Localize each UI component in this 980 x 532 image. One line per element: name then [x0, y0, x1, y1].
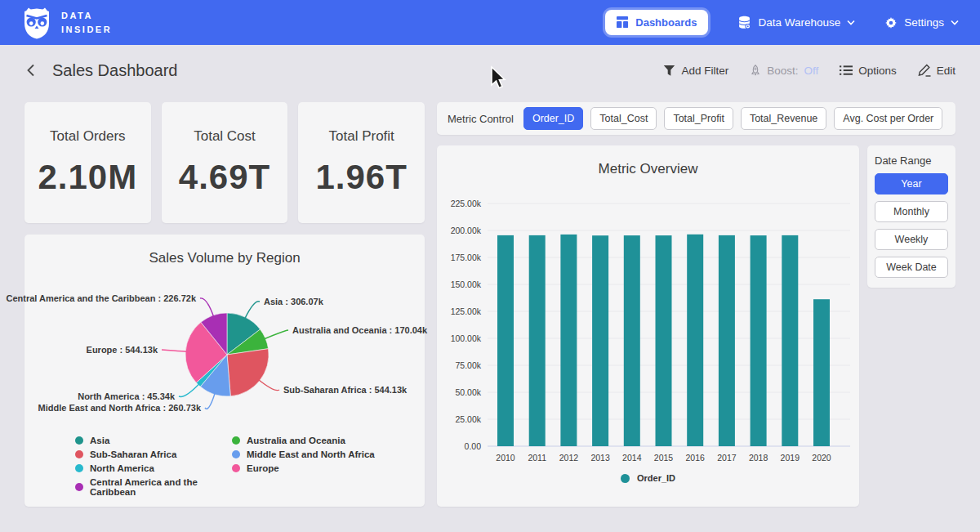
legend-item-sub-saharan-africa[interactable]: Sub-Saharan Africa — [75, 449, 232, 459]
date-range-button-year[interactable]: Year — [875, 173, 948, 194]
dashboards-grid-icon — [617, 16, 629, 29]
nav-data-warehouse[interactable]: Data Warehouse — [737, 16, 855, 29]
metric-control-label: Metric Control — [448, 113, 514, 125]
pie-slice-sub-saharan-africa[interactable] — [227, 349, 269, 396]
edit-button[interactable]: Edit — [918, 64, 956, 77]
pie-label-middle-east-and-north-africa: Middle East and North Africa : 260.73k — [38, 403, 201, 413]
legend-dot — [621, 474, 630, 483]
options-button[interactable]: Options — [840, 65, 897, 77]
date-range-panel: Date Range YearMonthlyWeeklyWeek Date — [867, 145, 956, 288]
legend-label: Middle East and North Africa — [247, 449, 375, 459]
bar-2015[interactable] — [656, 235, 672, 446]
x-axis-tick: 2020 — [812, 453, 831, 463]
x-axis-tick: 2010 — [496, 453, 515, 463]
bar-2013[interactable] — [592, 235, 608, 446]
kpi-row: Total Orders 2.10M Total Cost 4.69T Tota… — [24, 102, 425, 223]
x-axis-tick: 2018 — [749, 453, 768, 463]
legend-item-central-america-and-the-caribbean[interactable]: Central America and the Caribbean — [75, 477, 232, 497]
legend-label: Europe — [247, 463, 279, 473]
kpi-card-total-profit[interactable]: Total Profit 1.96T — [298, 102, 425, 223]
nav-settings[interactable]: Settings — [884, 16, 959, 29]
kpi-label: Total Orders — [50, 128, 126, 145]
bar-legend-label: Order_ID — [637, 473, 675, 483]
kpi-card-total-orders[interactable]: Total Orders 2.10M — [24, 102, 151, 223]
boost-state: Off — [804, 65, 818, 77]
y-axis-tick: 75.00k — [455, 360, 481, 370]
pie-chart-title: Sales Volume by Region — [24, 235, 425, 266]
metric-button-avg-cost-per-order[interactable]: Avg. Cost per Order — [834, 107, 942, 130]
brand-line2: INSIDER — [61, 23, 112, 37]
nav-dashboards-button[interactable]: Dashboards — [605, 10, 708, 35]
bar-2016[interactable] — [687, 235, 703, 446]
kpi-card-total-cost[interactable]: Total Cost 4.69T — [162, 102, 288, 223]
bar-chart-title: Metric Overview — [437, 145, 859, 177]
legend-label: Sub-Saharan Africa — [90, 449, 176, 459]
bar-chart-panel: Metric Overview 0.0025.00k50.00k75.00k10… — [437, 145, 859, 507]
legend-dot — [75, 483, 83, 491]
chevron-down-icon — [847, 20, 855, 25]
back-button[interactable] — [24, 63, 38, 78]
nav-data-warehouse-label: Data Warehouse — [758, 16, 840, 29]
bar-chart-legend[interactable]: Order_ID — [437, 473, 859, 483]
legend-dot — [75, 436, 83, 445]
legend-dot — [232, 436, 240, 445]
legend-item-middle-east-and-north-africa[interactable]: Middle East and North Africa — [232, 449, 375, 459]
legend-item-north-america[interactable]: North America — [75, 463, 232, 473]
metric-button-total-profit[interactable]: Total_Profit — [664, 107, 733, 130]
date-range-button-monthly[interactable]: Monthly — [875, 201, 948, 222]
page-title: Sales Dashboard — [52, 61, 177, 80]
brand-line1: DATA — [61, 9, 112, 23]
date-range-button-week-date[interactable]: Week Date — [875, 257, 948, 278]
kpi-label: Total Cost — [194, 128, 256, 145]
pie-legend: AsiaAustralia and OceaniaSub-Saharan Afr… — [75, 436, 375, 497]
pie-label-sub-saharan-africa: Sub-Saharan Africa : 544.13k — [283, 385, 407, 395]
add-filter-button[interactable]: Add Filter — [663, 65, 728, 77]
pie-label-asia: Asia : 306.07k — [264, 297, 323, 306]
x-axis-tick: 2016 — [686, 453, 706, 463]
legend-dot — [75, 464, 83, 472]
bar-2020[interactable] — [813, 299, 830, 446]
bar-2019[interactable] — [782, 235, 798, 446]
metric-button-order-id[interactable]: Order_ID — [523, 107, 583, 130]
boost-toggle[interactable]: Boost: Off — [750, 64, 818, 77]
x-axis-tick: 2017 — [717, 453, 737, 463]
bar-chart-canvas[interactable]: 0.0025.00k50.00k75.00k100.00k125.00k150.… — [437, 180, 859, 474]
legend-item-australia-and-oceania[interactable]: Australia and Oceania — [232, 436, 375, 445]
legend-item-europe[interactable]: Europe — [232, 463, 375, 473]
y-axis-tick: 100.00k — [451, 333, 482, 343]
pie-label-north-america: North America : 45.34k — [78, 391, 175, 401]
bar-2012[interactable] — [560, 235, 577, 446]
pie-leader-line — [179, 383, 199, 396]
edit-pencil-icon — [918, 64, 931, 77]
pie-label-australia-and-oceania: Australia and Oceania : 170.04k — [292, 325, 427, 335]
x-axis-tick: 2019 — [781, 453, 800, 463]
pie-label-central-america-and-the-caribbean: Central America and the Caribbean : 226.… — [6, 293, 196, 303]
legend-dot — [232, 450, 240, 458]
brand: DATA INSIDER — [21, 7, 112, 39]
legend-dot — [232, 464, 240, 472]
bar-2017[interactable] — [719, 235, 735, 446]
y-axis-tick: 25.00k — [455, 414, 481, 424]
kpi-value: 1.96T — [315, 158, 407, 197]
date-range-buttons: YearMonthlyWeeklyWeek Date — [875, 173, 948, 278]
x-axis-tick: 2012 — [559, 453, 579, 463]
y-axis-tick: 175.00k — [451, 253, 482, 262]
bar-2014[interactable] — [624, 235, 640, 446]
metric-button-total-revenue[interactable]: Total_Revenue — [741, 107, 826, 130]
edit-label: Edit — [937, 65, 956, 77]
date-range-button-weekly[interactable]: Weekly — [875, 229, 948, 250]
bar-2010[interactable] — [497, 235, 514, 446]
nav-settings-label: Settings — [904, 16, 944, 29]
legend-item-asia[interactable]: Asia — [75, 436, 232, 445]
page-header: Sales Dashboard Add Filter Boost: Off — [0, 45, 980, 96]
legend-label: Asia — [90, 436, 109, 445]
bar-2011[interactable] — [529, 235, 546, 446]
x-axis-tick: 2014 — [622, 453, 642, 463]
x-axis-tick: 2011 — [528, 453, 546, 463]
legend-label: Australia and Oceania — [247, 436, 345, 445]
bar-2018[interactable] — [751, 235, 767, 446]
metric-button-total-cost[interactable]: Total_Cost — [590, 107, 657, 130]
legend-label: North America — [90, 463, 154, 473]
kpi-label: Total Profit — [329, 128, 394, 145]
date-range-label: Date Range — [875, 154, 948, 167]
